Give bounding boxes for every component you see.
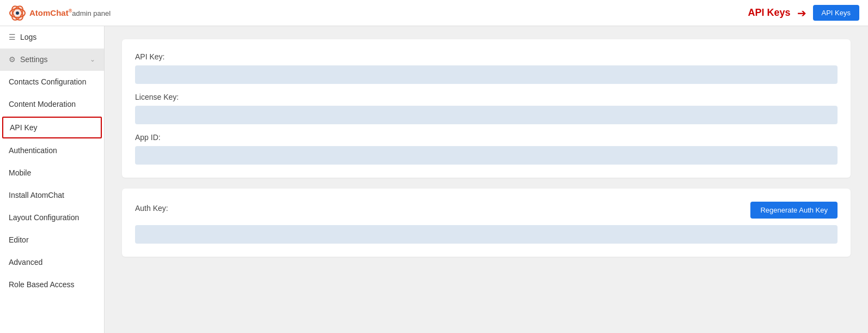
sidebar-item-contacts-configuration[interactable]: Contacts Configuration [0, 71, 104, 93]
sidebar-item-editor-label: Editor [9, 235, 29, 244]
sidebar-item-install-atomchat-label: Install AtomChat [9, 191, 64, 199]
header: AtomChat®admin panel API Keys ➔ API Keys [0, 0, 868, 26]
layout: ☰ Logs ⚙ Settings ⌄ Contacts Configurati… [0, 26, 868, 333]
auth-key-label: Auth Key: [135, 204, 168, 213]
logo-sub: admin panel [72, 9, 111, 17]
main-content: API Key: License Key: App ID: Auth Key: … [105, 26, 868, 333]
api-key-value [135, 65, 838, 84]
logs-icon: ☰ [9, 33, 16, 41]
arrow-right-icon: ➔ [797, 7, 806, 20]
sidebar-item-api-key[interactable]: API Key [2, 117, 102, 138]
header-right: API Keys ➔ API Keys [748, 5, 859, 21]
sidebar-item-editor[interactable]: Editor [0, 229, 104, 251]
sidebar-item-mobile-label: Mobile [9, 168, 31, 177]
auth-key-card: Auth Key: Regenerate Auth Key [122, 189, 851, 257]
app-id-value [135, 146, 838, 165]
api-keys-heading: API Keys [748, 7, 790, 19]
sidebar-settings-label: Settings [20, 55, 48, 64]
sidebar-item-logs[interactable]: ☰ Logs [0, 26, 104, 49]
app-id-label: App ID: [135, 133, 838, 142]
api-key-label: API Key: [135, 52, 838, 61]
logo-text: AtomChat®admin panel [29, 8, 111, 17]
logo-brand: AtomChat [29, 8, 69, 17]
sidebar-item-authentication-label: Authentication [9, 146, 57, 155]
license-key-value [135, 106, 838, 124]
sidebar-settings-header[interactable]: ⚙ Settings ⌄ [0, 49, 104, 71]
sidebar-item-role-based-access[interactable]: Role Based Access [0, 274, 104, 296]
logo: AtomChat®admin panel [9, 4, 111, 22]
sidebar-item-layout-configuration[interactable]: Layout Configuration [0, 207, 104, 229]
sidebar-item-advanced-label: Advanced [9, 258, 42, 267]
sidebar-item-role-based-access-label: Role Based Access [9, 280, 75, 289]
sidebar: ☰ Logs ⚙ Settings ⌄ Contacts Configurati… [0, 26, 105, 333]
sidebar-item-authentication[interactable]: Authentication [0, 140, 104, 162]
sidebar-item-content-moderation-label: Content Moderation [9, 100, 76, 108]
settings-icon: ⚙ [9, 55, 16, 64]
sidebar-item-install-atomchat[interactable]: Install AtomChat [0, 184, 104, 207]
sidebar-item-contacts-configuration-label: Contacts Configuration [9, 77, 86, 86]
auth-key-value [135, 225, 838, 244]
sidebar-item-content-moderation[interactable]: Content Moderation [0, 93, 104, 116]
auth-key-header-row: Auth Key: Regenerate Auth Key [135, 202, 838, 219]
sidebar-item-logs-label: Logs [20, 33, 36, 41]
sidebar-item-mobile[interactable]: Mobile [0, 162, 104, 184]
chevron-down-icon: ⌄ [90, 56, 95, 63]
regenerate-auth-key-button[interactable]: Regenerate Auth Key [750, 202, 838, 219]
license-key-label: License Key: [135, 93, 838, 101]
atomchat-logo-icon [9, 4, 26, 22]
sidebar-item-layout-configuration-label: Layout Configuration [9, 213, 79, 222]
api-keys-button[interactable]: API Keys [813, 5, 859, 21]
api-keys-card: API Key: License Key: App ID: [122, 39, 851, 178]
svg-point-4 [16, 11, 19, 15]
sidebar-item-api-key-label: API Key [10, 123, 38, 132]
sidebar-item-advanced[interactable]: Advanced [0, 251, 104, 274]
